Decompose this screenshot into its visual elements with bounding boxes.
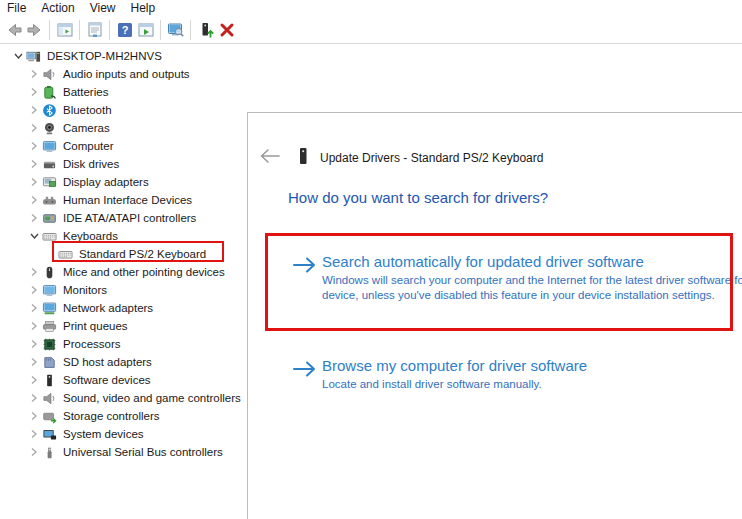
back-icon[interactable]	[259, 148, 281, 168]
tree-item-system-devices[interactable]: System devices	[0, 425, 256, 443]
menu-view[interactable]: View	[90, 1, 116, 15]
menu-action[interactable]: Action	[41, 1, 74, 15]
tree-item-keyboards[interactable]: Keyboards	[0, 227, 256, 245]
chevron-right-icon[interactable]	[26, 138, 42, 154]
chevron-right-icon[interactable]	[26, 84, 42, 100]
tree-item-label: Monitors	[63, 281, 107, 299]
tree-item-storage-controllers[interactable]: Storage controllers	[0, 407, 256, 425]
chevron-right-icon[interactable]	[26, 408, 42, 424]
computer-root-icon	[26, 49, 41, 64]
chevron-right-icon[interactable]	[26, 354, 42, 370]
chevron-right-icon[interactable]	[26, 300, 42, 316]
arrow-right-icon	[292, 360, 318, 382]
hid-icon	[42, 193, 57, 208]
chevron-right-icon[interactable]	[26, 210, 42, 226]
monitor-icon	[42, 283, 57, 298]
chevron-down-icon[interactable]	[26, 228, 42, 244]
update-driver-icon[interactable]	[195, 19, 216, 41]
chevron-spacer	[42, 246, 58, 262]
svg-text:?: ?	[121, 24, 128, 36]
tree-item-label: Processors	[63, 335, 121, 353]
toolbar-separator	[109, 20, 110, 40]
tree-item-label: IDE ATA/ATAPI controllers	[63, 209, 196, 227]
help-icon[interactable]: ?	[114, 19, 135, 41]
tree-item-processors[interactable]: Processors	[0, 335, 256, 353]
usb-icon	[42, 445, 57, 460]
dialog-header: Update Drivers - Standard PS/2 Keyboard	[259, 146, 543, 170]
tree-item-human-interface-devices[interactable]: Human Interface Devices	[0, 191, 256, 209]
tree-item-label: SD host adapters	[63, 353, 152, 371]
tree-item-label: Cameras	[63, 119, 110, 137]
mouse-icon	[42, 265, 57, 280]
tree-item-label: Disk drives	[63, 155, 119, 173]
chevron-right-icon[interactable]	[26, 174, 42, 190]
chevron-right-icon[interactable]	[26, 156, 42, 172]
tree-item-label: Audio inputs and outputs	[63, 65, 190, 83]
chevron-right-icon[interactable]	[26, 336, 42, 352]
tree-item-display-adapters[interactable]: Display adapters	[0, 173, 256, 191]
chevron-right-icon[interactable]	[26, 372, 42, 388]
tree-item-universal-serial-bus-controllers[interactable]: Universal Serial Bus controllers	[0, 443, 256, 461]
chevron-right-icon[interactable]	[26, 264, 42, 280]
toolbar-separator	[160, 20, 161, 40]
option-title: Search automatically for updated driver …	[322, 253, 742, 270]
chevron-right-icon[interactable]	[26, 66, 42, 82]
storage-icon	[42, 409, 57, 424]
option-browse-computer[interactable]: Browse my computer for driver software L…	[292, 357, 742, 392]
tree-item-label: Batteries	[63, 83, 108, 101]
option-description: Windows will search your computer and th…	[322, 273, 742, 303]
tree-item-bluetooth[interactable]: Bluetooth	[0, 101, 256, 119]
tree-item-network-adapters[interactable]: Network adapters	[0, 299, 256, 317]
tree-item-software-devices[interactable]: Software devices	[0, 371, 256, 389]
tree-item-mice-and-other-pointing-devices[interactable]: Mice and other pointing devices	[0, 263, 256, 281]
scan-hardware-icon[interactable]	[165, 19, 186, 41]
back-icon[interactable]	[3, 19, 24, 41]
tree-item-cameras[interactable]: Cameras	[0, 119, 256, 137]
export-list-icon[interactable]	[135, 19, 156, 41]
tree-item-audio-inputs-and-outputs[interactable]: Audio inputs and outputs	[0, 65, 256, 83]
processor-icon	[42, 337, 57, 352]
tree-item-label: DESKTOP-MH2HNVS	[47, 47, 162, 65]
tree-item-print-queues[interactable]: Print queues	[0, 317, 256, 335]
disk-icon	[42, 157, 57, 172]
system-icon	[42, 427, 57, 442]
arrow-right-icon	[292, 256, 318, 278]
computer-icon	[42, 139, 57, 154]
tree-item-label: Universal Serial Bus controllers	[63, 443, 223, 461]
tree-item-computer[interactable]: Computer	[0, 137, 256, 155]
option-title: Browse my computer for driver software	[322, 357, 742, 374]
chevron-down-icon[interactable]	[10, 48, 26, 64]
toolbar: ?	[0, 16, 742, 44]
menu-file[interactable]: File	[7, 1, 26, 15]
forward-icon[interactable]	[24, 19, 45, 41]
chevron-right-icon[interactable]	[26, 444, 42, 460]
tree-item-standard-ps-2-keyboard[interactable]: Standard PS/2 Keyboard	[0, 245, 256, 263]
chevron-right-icon[interactable]	[26, 390, 42, 406]
option-search-automatically[interactable]: Search automatically for updated driver …	[292, 253, 742, 303]
tree-item-ide-ata-atapi-controllers[interactable]: IDE ATA/ATAPI controllers	[0, 209, 256, 227]
tree-item-label: Print queues	[63, 317, 128, 335]
tree-item-disk-drives[interactable]: Disk drives	[0, 155, 256, 173]
chevron-right-icon[interactable]	[26, 426, 42, 442]
audio-icon	[42, 67, 57, 82]
tree-item-sd-host-adapters[interactable]: SD host adapters	[0, 353, 256, 371]
menu-help[interactable]: Help	[131, 1, 156, 15]
chevron-right-icon[interactable]	[26, 120, 42, 136]
tree-item-label: Storage controllers	[63, 407, 160, 425]
chevron-right-icon[interactable]	[26, 282, 42, 298]
chevron-right-icon[interactable]	[26, 318, 42, 334]
console-tree-icon[interactable]	[54, 19, 75, 41]
driver-device-icon	[296, 146, 310, 170]
tree-item-desktop-mh2hnvs[interactable]: DESKTOP-MH2HNVS	[0, 47, 256, 65]
chevron-right-icon[interactable]	[26, 192, 42, 208]
tree-item-monitors[interactable]: Monitors	[0, 281, 256, 299]
toolbar-separator	[79, 20, 80, 40]
tree-item-label: Bluetooth	[63, 101, 112, 119]
tree-item-batteries[interactable]: Batteries	[0, 83, 256, 101]
uninstall-icon[interactable]	[216, 19, 237, 41]
keyboard-icon	[42, 229, 57, 244]
tree-item-sound-video-and-game-controllers[interactable]: Sound, video and game controllers	[0, 389, 256, 407]
chevron-right-icon[interactable]	[26, 102, 42, 118]
sd-icon	[42, 355, 57, 370]
properties-icon[interactable]	[84, 19, 105, 41]
